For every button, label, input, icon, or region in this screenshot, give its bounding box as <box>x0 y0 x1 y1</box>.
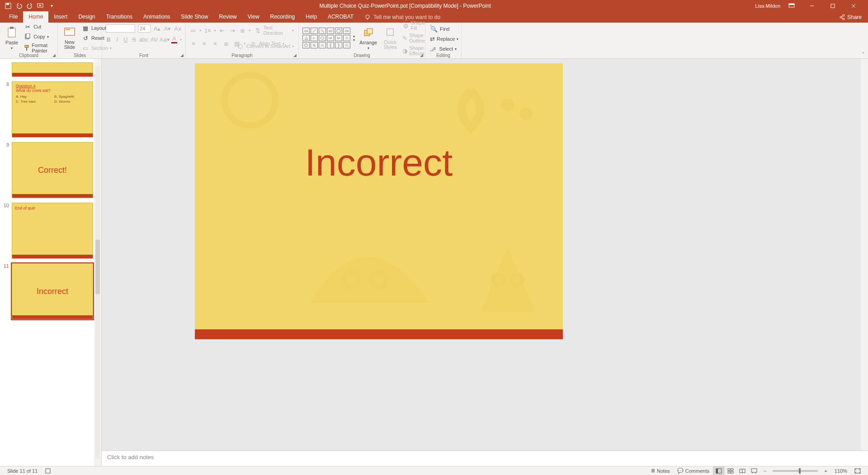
slide-thumb-9[interactable]: Correct! <box>12 142 93 198</box>
start-from-beginning-icon[interactable] <box>37 2 44 10</box>
fit-to-window-icon[interactable] <box>851 466 864 475</box>
minimize-button[interactable] <box>809 3 822 9</box>
tab-insert[interactable]: Insert <box>48 11 73 23</box>
slide-thumb-10[interactable]: End of quiz <box>12 203 93 259</box>
share-button[interactable]: Share <box>833 12 868 23</box>
bold-icon[interactable]: B <box>106 35 112 43</box>
shapes-gallery[interactable]: ▭／＼▭◯▭ △⌐⬡⇨⇦☆ ⬠∿∩{}☆ <box>302 28 350 48</box>
font-color-icon[interactable]: A <box>171 35 177 43</box>
tab-design[interactable]: Design <box>73 11 100 23</box>
text-direction-label[interactable]: Text Direction <box>264 25 290 36</box>
zoom-out-button[interactable]: − <box>760 466 770 475</box>
svg-rect-37 <box>731 469 733 470</box>
format-painter-button[interactable]: Format Painter <box>23 42 54 54</box>
svg-rect-36 <box>728 469 730 470</box>
select-button[interactable]: ⬀Select▾ <box>429 44 458 53</box>
tab-view[interactable]: View <box>242 11 265 23</box>
dialog-launcher-icon[interactable]: ◢ <box>52 53 56 57</box>
arrange-button[interactable]: Arrange▾ <box>358 25 379 51</box>
quick-styles-button[interactable]: ☐ Quick Styles <box>382 25 399 51</box>
dialog-launcher-icon[interactable]: ◢ <box>293 53 297 57</box>
strikethrough-icon[interactable]: S <box>131 35 137 43</box>
thumb-number: 10 <box>3 203 9 208</box>
zoom-in-button[interactable]: + <box>821 466 830 475</box>
line-spacing-icon[interactable]: ≣ <box>239 26 246 34</box>
section-icon: ▭ <box>81 44 90 52</box>
italic-icon[interactable]: I <box>114 35 120 43</box>
numbering-icon[interactable]: 1≡ <box>204 26 211 34</box>
notes-pane[interactable]: Click to add notes <box>102 451 868 466</box>
tab-animations[interactable]: Animations <box>138 11 175 23</box>
find-button[interactable]: 🔍Find <box>429 24 458 33</box>
save-icon[interactable] <box>5 2 12 10</box>
chevron-down-icon[interactable]: ▾ <box>180 38 182 42</box>
slide-counter[interactable]: Slide 11 of 11 <box>4 466 41 475</box>
increase-indent-icon[interactable]: ⇥ <box>229 26 236 34</box>
zoom-level[interactable]: 110% <box>831 466 851 475</box>
paintbrush-icon <box>24 44 30 52</box>
copy-button[interactable]: Copy ▾ <box>23 32 54 41</box>
slide-canvas[interactable]: Incorrect <box>195 63 563 339</box>
change-case-icon[interactable]: Aa▾ <box>160 35 169 43</box>
bucket-icon: ◍ <box>402 21 409 29</box>
accessibility-icon[interactable] <box>41 466 55 475</box>
underline-icon[interactable]: U <box>123 35 128 43</box>
redo-icon[interactable] <box>26 2 33 10</box>
reading-view-icon[interactable] <box>736 466 748 475</box>
tab-home[interactable]: Home <box>23 11 48 23</box>
new-slide-button[interactable]: New Slide <box>61 25 78 51</box>
svg-line-15 <box>841 18 843 19</box>
bullets-icon[interactable]: ≔ <box>189 26 197 34</box>
zoom-slider[interactable] <box>773 470 818 472</box>
clear-formatting-icon[interactable]: Aⅹ <box>174 24 182 33</box>
tab-recording[interactable]: Recording <box>265 11 301 23</box>
group-clipboard: Paste ▾ ✂ Cut Copy ▾ <box>0 23 58 58</box>
char-spacing-icon[interactable]: AV <box>151 35 158 43</box>
tab-file[interactable]: File <box>4 11 23 23</box>
tab-acrobat[interactable]: ACROBAT <box>322 11 359 23</box>
undo-icon[interactable] <box>15 2 23 10</box>
decrease-font-icon[interactable]: A▾ <box>164 24 171 33</box>
group-label: Drawing <box>299 53 425 58</box>
comments-button[interactable]: 💬 Comments <box>674 466 713 475</box>
ribbon-display-options-icon[interactable] <box>788 3 801 9</box>
decrease-indent-icon[interactable]: ⇤ <box>219 26 226 34</box>
dialog-launcher-icon[interactable]: ◢ <box>180 53 184 57</box>
font-size-select[interactable] <box>138 24 151 33</box>
scrollbar-thumb[interactable] <box>95 240 100 294</box>
paste-button[interactable]: Paste ▾ <box>4 25 20 51</box>
smartart-label[interactable]: Convert to SmartArt <box>246 43 290 49</box>
close-button[interactable] <box>851 3 863 9</box>
shadow-icon[interactable]: abc <box>140 35 148 43</box>
increase-font-icon[interactable]: A▴ <box>153 24 161 33</box>
collapse-ribbon-icon[interactable]: ˄ <box>862 52 864 57</box>
zoom-slider-thumb[interactable] <box>799 468 801 474</box>
notes-button[interactable]: ≣ Notes <box>647 466 674 475</box>
tab-review[interactable]: Review <box>213 11 242 23</box>
maximize-button[interactable] <box>830 3 843 9</box>
font-family-select[interactable] <box>106 24 135 33</box>
cut-button[interactable]: ✂ Cut <box>23 22 54 31</box>
slide-thumb-11[interactable]: Incorrect <box>12 263 93 319</box>
user-name[interactable]: Lisa Mildon <box>755 3 780 9</box>
tab-slideshow[interactable]: Slide Show <box>175 11 213 23</box>
tab-help[interactable]: Help <box>300 11 322 23</box>
tab-transitions[interactable]: Transitions <box>101 11 138 23</box>
select-label: Select <box>439 46 453 52</box>
svg-point-26 <box>225 75 275 125</box>
editor-scrollbar[interactable] <box>861 59 868 466</box>
qat-customize-icon[interactable]: ▾ <box>48 2 55 10</box>
shapes-more-icon[interactable]: ▴▾ <box>353 34 355 42</box>
slideshow-view-icon[interactable] <box>748 466 760 475</box>
paste-label: Paste <box>5 40 18 45</box>
replace-button[interactable]: ⇄Replace▾ <box>429 34 458 43</box>
group-label: Editing <box>425 53 461 58</box>
slide-thumb-8[interactable]: Question 4 What do cows eat? A. Hay B. S… <box>12 81 93 138</box>
dialog-launcher-icon[interactable]: ◢ <box>420 53 423 57</box>
normal-view-icon[interactable] <box>713 466 725 475</box>
slide-title-text[interactable]: Incorrect <box>305 141 453 185</box>
quick-access-toolbar: ▾ <box>0 2 55 10</box>
slide-sorter-view-icon[interactable] <box>725 466 736 475</box>
slide-thumb-7[interactable] <box>12 62 93 77</box>
thumbnail-scrollbar[interactable] <box>94 59 101 466</box>
